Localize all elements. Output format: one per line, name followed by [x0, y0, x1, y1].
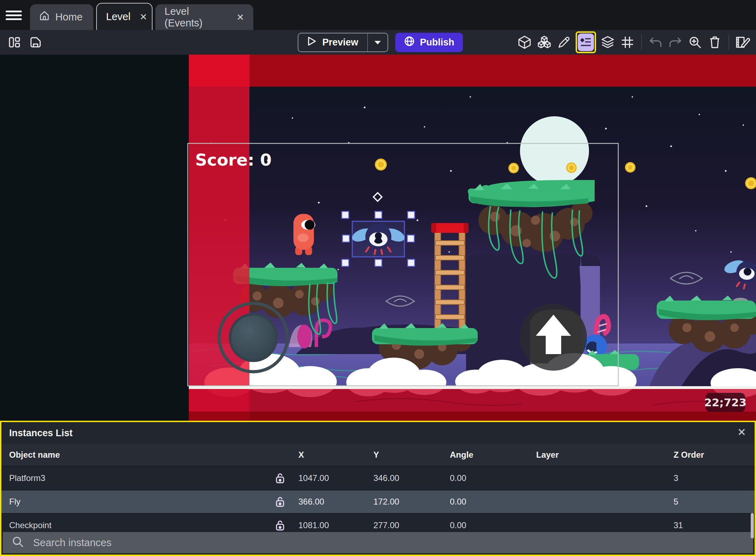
- svg-text:22;723: 22;723: [704, 396, 746, 409]
- tab-level-events-label: Level (Events): [165, 6, 227, 29]
- toolbar-separator: [641, 35, 642, 50]
- tab-level[interactable]: Level ✕: [96, 3, 153, 30]
- score-hud-text: Score: 0: [195, 150, 272, 169]
- cell-angle[interactable]: 0.00: [450, 473, 536, 483]
- grid-icon[interactable]: [619, 32, 636, 52]
- cell-object-name: Checkpoint: [1, 520, 261, 530]
- table-row-fly[interactable]: Fly 366.00 172.00 0.00 5: [1, 489, 755, 513]
- cell-z-order[interactable]: 5: [674, 497, 755, 507]
- publish-button[interactable]: Publish: [395, 33, 463, 52]
- cell-z-order[interactable]: 3: [674, 473, 755, 483]
- toolbar-separator: [729, 35, 729, 50]
- table-row-platform3[interactable]: Platform3 1047.00 346.00 0.00 3: [1, 466, 755, 489]
- lock-open-icon[interactable]: [261, 473, 298, 483]
- instances-list-icon[interactable]: [576, 31, 596, 53]
- joystick-control[interactable]: [219, 303, 287, 372]
- instances-table-header: Object name X Y Angle Layer Z Order: [1, 444, 755, 466]
- play-icon: [306, 36, 317, 49]
- cell-angle[interactable]: 0.00: [450, 497, 536, 507]
- chevron-down-icon: [373, 37, 382, 48]
- cell-object-name: Fly: [1, 497, 261, 507]
- column-header-x[interactable]: X: [298, 450, 373, 460]
- jump-button[interactable]: [520, 304, 587, 371]
- cell-x[interactable]: 366.00: [298, 497, 373, 507]
- instances-panel-title: Instances List: [9, 428, 73, 439]
- water-foam: [189, 386, 756, 389]
- globe-icon: [404, 36, 415, 49]
- toolbar-center-group: Preview Publish: [298, 33, 463, 52]
- cell-y[interactable]: 346.00: [373, 473, 450, 483]
- cell-object-name: Platform3: [1, 473, 261, 483]
- tab-level-events[interactable]: Level (Events) ✕: [155, 4, 253, 30]
- red-band-bottom: [189, 389, 756, 412]
- player-character[interactable]: [293, 214, 315, 255]
- column-header-layer[interactable]: Layer: [536, 450, 674, 460]
- redo-icon[interactable]: [667, 32, 683, 52]
- cell-y[interactable]: 277.00: [373, 520, 450, 530]
- tab-bar: Home Level ✕ Level (Events) ✕: [0, 0, 756, 30]
- trash-icon[interactable]: [707, 32, 723, 52]
- preview-button[interactable]: Preview: [298, 33, 388, 52]
- lock-open-icon[interactable]: [261, 496, 298, 507]
- preview-button-main[interactable]: Preview: [298, 36, 367, 49]
- instances-list-icon-glyph: [578, 33, 594, 51]
- tab-level-label: Level: [106, 11, 130, 23]
- cell-z-order[interactable]: 31: [674, 520, 755, 530]
- moon: [520, 116, 589, 185]
- preview-button-label: Preview: [322, 37, 358, 48]
- cell-x[interactable]: 1047.00: [298, 473, 373, 483]
- edit-events-icon[interactable]: [735, 32, 751, 52]
- panel-scrollbar[interactable]: [751, 513, 754, 538]
- column-header-angle[interactable]: Angle: [450, 450, 536, 460]
- tab-level-close-icon[interactable]: ✕: [140, 12, 147, 21]
- cursor-coordinates-badge: 22;723: [704, 393, 746, 412]
- home-icon: [39, 11, 50, 24]
- undo-icon[interactable]: [647, 32, 664, 52]
- red-band-top: [189, 55, 756, 87]
- cube-icon[interactable]: [516, 32, 533, 52]
- instances-panel-header: Instances List ✕: [1, 422, 755, 444]
- preview-dropdown-button[interactable]: [367, 33, 388, 51]
- pencil-icon[interactable]: [556, 32, 572, 52]
- layers-icon[interactable]: [600, 32, 616, 52]
- scene-editor-canvas[interactable]: Score: 0 22;723: [0, 55, 756, 422]
- publish-button-label: Publish: [420, 37, 454, 48]
- hamburger-menu-icon[interactable]: [6, 8, 22, 22]
- column-header-object-name[interactable]: Object name: [1, 450, 261, 460]
- cell-x[interactable]: 1081.00: [298, 520, 373, 530]
- cubes-icon[interactable]: [536, 32, 552, 52]
- selected-fly-instance[interactable]: [350, 221, 407, 257]
- tab-home-label: Home: [55, 11, 82, 23]
- search-bar: [3, 532, 753, 553]
- tab-level-events-close-icon[interactable]: ✕: [236, 13, 244, 22]
- search-icon: [12, 536, 24, 549]
- red-column-overlay: [189, 55, 249, 422]
- search-instances-input[interactable]: [32, 537, 457, 549]
- close-icon[interactable]: ✕: [737, 427, 746, 438]
- cell-angle[interactable]: 0.00: [450, 520, 536, 530]
- layout-icon[interactable]: [6, 32, 23, 52]
- save-icon[interactable]: [27, 32, 44, 52]
- column-header-y[interactable]: Y: [373, 450, 450, 460]
- zoom-in-icon[interactable]: [687, 32, 703, 52]
- column-header-z-order[interactable]: Z Order: [674, 450, 755, 460]
- toolbar-right-group: [516, 30, 751, 55]
- cell-y[interactable]: 172.00: [373, 497, 450, 507]
- toolbar-left-group: [6, 30, 44, 55]
- tab-home[interactable]: Home: [30, 4, 93, 30]
- lock-open-icon[interactable]: [261, 520, 298, 531]
- instances-list-panel: Instances List ✕ Object name X Y Angle L…: [0, 421, 756, 556]
